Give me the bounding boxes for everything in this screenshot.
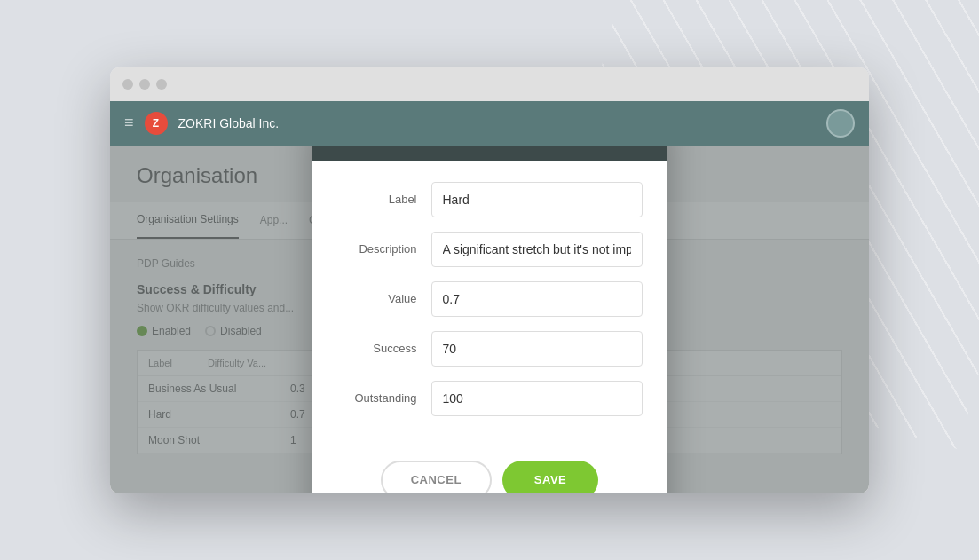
save-button[interactable]: SAVE: [502, 461, 598, 493]
modal-overlay: CHANGE SUCCESS & DIFFICULTY SETTINGS × L…: [110, 146, 869, 493]
field-label-value: Value: [337, 292, 417, 305]
form-row-description: Description: [337, 232, 643, 267]
description-input[interactable]: [431, 232, 643, 267]
browser-dot-maximize: [156, 79, 167, 90]
field-label-label: Label: [337, 193, 417, 206]
outstanding-input[interactable]: [431, 381, 643, 416]
app-body: Organisation Organisation Settings App..…: [110, 146, 869, 493]
browser-titlebar: [110, 67, 869, 101]
hamburger-icon[interactable]: ≡: [124, 114, 134, 132]
field-label-description: Description: [337, 242, 417, 256]
modal-header: CHANGE SUCCESS & DIFFICULTY SETTINGS ×: [312, 146, 667, 161]
form-row-label: Label: [337, 182, 643, 217]
label-input[interactable]: [431, 182, 643, 217]
browser-dot-close: [122, 79, 133, 90]
modal-body: Label Description Value Success: [312, 161, 667, 452]
field-label-outstanding: Outstanding: [337, 391, 417, 405]
browser-window: ≡ Z ZOKRI Global Inc. Organisation Organ…: [110, 67, 869, 493]
app-logo: Z: [145, 112, 168, 135]
modal-dialog: CHANGE SUCCESS & DIFFICULTY SETTINGS × L…: [312, 146, 667, 493]
browser-dot-minimize: [139, 79, 150, 90]
cancel-button[interactable]: CANCEL: [381, 461, 492, 493]
browser-content: ≡ Z ZOKRI Global Inc. Organisation Organ…: [110, 101, 869, 493]
success-input[interactable]: [431, 331, 643, 367]
avatar: [826, 109, 855, 138]
form-row-outstanding: Outstanding: [337, 381, 643, 416]
field-label-success: Success: [337, 342, 417, 355]
modal-footer: CANCEL SAVE: [312, 452, 667, 493]
form-row-success: Success: [337, 331, 643, 367]
form-row-value: Value: [337, 281, 643, 317]
app-title: ZOKRI Global Inc.: [178, 116, 816, 130]
value-input[interactable]: [431, 281, 643, 317]
close-icon[interactable]: ×: [632, 146, 650, 146]
app-header: ≡ Z ZOKRI Global Inc.: [110, 101, 869, 146]
